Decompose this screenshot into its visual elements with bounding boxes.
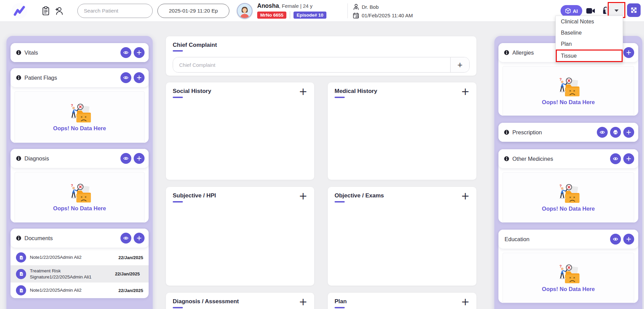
other-medicines-view-button[interactable] xyxy=(610,153,621,164)
doctor-icon xyxy=(353,4,359,11)
section-add-button[interactable]: + xyxy=(299,86,307,97)
info-icon xyxy=(16,235,21,241)
provider-summary: Dr. Bob 01/Feb/2025 11:40 AM xyxy=(353,3,413,20)
section-title: Diagnosis / Assessment xyxy=(173,298,239,305)
section-card-diagnosis-assessment: Diagnosis / Assessment + xyxy=(166,293,314,309)
section-add-button[interactable]: + xyxy=(461,191,470,201)
search-patient-input[interactable] xyxy=(77,4,153,18)
vitals-title: Vitals xyxy=(24,50,118,56)
section-title: Plan xyxy=(335,298,347,305)
education-view-button[interactable] xyxy=(610,234,621,245)
document-name: Note1/22/2025Admin Ali2 xyxy=(30,287,115,293)
section-add-button[interactable]: + xyxy=(461,297,470,307)
title-accent-bar xyxy=(173,201,183,202)
eye-icon xyxy=(123,75,129,80)
prescription-card: Prescription xyxy=(498,123,638,142)
visit-datetime: 01/Feb/2025 11:40 AM xyxy=(362,13,413,18)
app-root: × × ? xyxy=(0,0,644,309)
section-card-plan: Plan + xyxy=(328,293,476,309)
eye-icon xyxy=(123,235,129,241)
info-icon xyxy=(16,50,21,55)
plus-icon xyxy=(136,155,142,161)
menu-item-clinical-notes[interactable]: Clinical Notes xyxy=(556,16,623,27)
title-accent-bar xyxy=(335,97,345,98)
patient-summary: Anosha, Female | 24 y MrNo 6655 Episode#… xyxy=(257,2,326,19)
other-medicines-card: Other Medicines Oops! No Data Here xyxy=(498,149,638,223)
menu-item-plan[interactable]: Plan xyxy=(556,38,623,50)
no-data-illustration xyxy=(63,183,97,202)
title-accent-bar xyxy=(335,307,345,308)
education-card: Education Oops! No Data Here xyxy=(498,230,638,303)
plus-icon xyxy=(626,156,632,162)
document-date: 22/Jan/2025 xyxy=(115,271,140,276)
info-icon xyxy=(504,130,509,135)
education-add-button[interactable] xyxy=(623,234,634,245)
section-add-button[interactable]: + xyxy=(299,297,307,307)
section-card-objective-exams: Objective / Exams + xyxy=(328,187,476,286)
no-data-text: Oops! No Data Here xyxy=(542,206,595,212)
menu-item-baseline[interactable]: Baseline xyxy=(556,27,623,38)
calendar-clock-icon xyxy=(353,12,359,19)
documents-view-button[interactable] xyxy=(120,233,131,244)
documents-add-button[interactable] xyxy=(134,233,145,244)
eye-icon xyxy=(123,156,129,161)
document-date: 22/Jan/2025 xyxy=(118,255,143,260)
section-add-button[interactable]: + xyxy=(461,86,470,97)
patient-flags-add-button[interactable] xyxy=(134,72,145,83)
other-medicines-add-button[interactable] xyxy=(623,153,634,164)
diagnosis-add-button[interactable] xyxy=(134,153,145,164)
ai-label: AI xyxy=(573,8,578,14)
document-icon xyxy=(16,269,26,279)
add-patient-icon[interactable] xyxy=(54,6,64,16)
app-logo[interactable] xyxy=(12,3,27,19)
diagnosis-view-button[interactable] xyxy=(120,153,131,164)
patient-flags-view-button[interactable] xyxy=(120,72,131,83)
other-medicines-title: Other Medicines xyxy=(512,156,608,162)
prescription-view-button[interactable] xyxy=(597,127,608,138)
encounter-date-button[interactable]: 2025-01-29 11:20 Ep xyxy=(157,4,229,18)
document-icon xyxy=(16,285,26,295)
section-card-social-history: Social History + xyxy=(166,82,314,180)
chief-complaint-add-button[interactable]: + xyxy=(450,57,469,72)
search-patient-field xyxy=(77,4,153,18)
menu-item-tissue[interactable]: Tissue xyxy=(556,50,623,62)
patient-avatar[interactable] xyxy=(237,3,252,19)
documents-title: Documents xyxy=(24,235,118,242)
no-data-text: Oops! No Data Here xyxy=(542,99,595,105)
document-row[interactable]: Note1/22/2025Admin Ali2 22/Jan/2025 xyxy=(11,283,149,298)
chief-complaint-card: Chief Complaint + xyxy=(166,36,476,76)
title-accent-bar xyxy=(173,307,183,308)
document-row[interactable]: Treatment Risk Signature1/22/2025Admin A… xyxy=(11,265,149,283)
plus-icon xyxy=(626,236,632,242)
no-data-text: Oops! No Data Here xyxy=(542,286,595,292)
info-icon xyxy=(16,156,21,161)
allergies-add-button[interactable] xyxy=(623,47,634,58)
plus-icon xyxy=(136,235,142,241)
video-call-icon[interactable] xyxy=(586,6,596,16)
prescription-print-button[interactable] xyxy=(610,127,621,138)
episode-badge: Episode# 10 xyxy=(293,12,326,19)
diagnosis-title: Diagnosis xyxy=(24,155,118,162)
prescription-add-button[interactable] xyxy=(623,127,634,138)
section-title: Social History xyxy=(173,88,211,95)
vitals-add-button[interactable] xyxy=(134,47,145,58)
expand-arrows-icon xyxy=(630,6,638,14)
document-row[interactable]: Note1/22/2025Admin Ali2 22/Jan/2025 xyxy=(11,250,149,265)
fullscreen-button[interactable] xyxy=(627,3,641,17)
chief-complaint-input[interactable] xyxy=(173,57,450,72)
vitals-view-button[interactable] xyxy=(120,47,131,58)
ai-assistant-button[interactable]: AI xyxy=(561,5,582,17)
diagnosis-card: Diagnosis Oops! No Data Here xyxy=(11,149,149,223)
patient-name-line: Anosha, Female | 24 y xyxy=(257,2,326,9)
mrno-badge: MrNo 6655 xyxy=(257,12,286,19)
notes-dropdown-toggle[interactable] xyxy=(609,4,624,16)
section-title: Medical History xyxy=(335,88,377,95)
clipboard-icon[interactable] xyxy=(41,6,51,16)
patient-flags-title: Patient Flags xyxy=(24,75,118,81)
section-add-button[interactable]: + xyxy=(299,191,307,201)
chief-complaint-title: Chief Complaint xyxy=(173,42,217,49)
patient-flags-card: Patient Flags Oops! No Data Here xyxy=(11,68,149,143)
plus-icon xyxy=(136,50,142,56)
section-title: Objective / Exams xyxy=(335,192,384,199)
no-data-text: Oops! No Data Here xyxy=(53,125,106,132)
